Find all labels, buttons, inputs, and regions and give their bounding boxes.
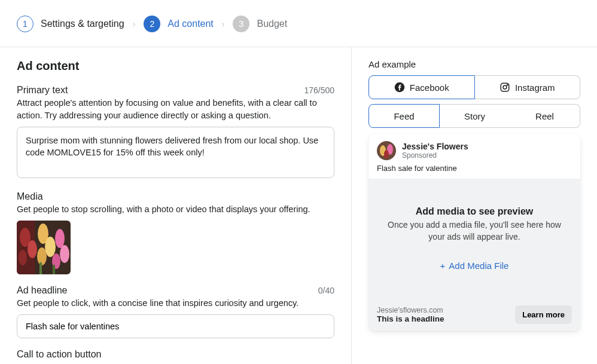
step-label: Settings & targeting <box>41 19 124 29</box>
instagram-icon <box>499 82 510 93</box>
ad-content-form: Ad content Primary text 176/500 Attract … <box>0 47 352 364</box>
primary-text-label: Primary text <box>17 85 68 96</box>
svg-point-4 <box>19 250 27 265</box>
svg-point-20 <box>384 150 389 158</box>
flower-image-icon <box>17 221 71 274</box>
step-label: Ad content <box>167 19 214 29</box>
placement-feed[interactable]: Feed <box>368 104 440 128</box>
step-budget[interactable]: 3 Budget <box>233 16 287 32</box>
svg-point-6 <box>45 237 56 257</box>
facebook-icon <box>394 82 405 93</box>
section-title: Ad content <box>17 59 334 73</box>
chevron-right-icon: › <box>133 19 136 29</box>
preview-cta-button[interactable]: Learn more <box>515 305 572 324</box>
platform-instagram[interactable]: Instagram <box>475 75 581 99</box>
headline-label: Ad headline <box>17 285 68 296</box>
ad-preview-panel: Ad example Facebook Instagram Feed Story… <box>352 47 597 364</box>
platform-label: Facebook <box>410 82 449 93</box>
placement-toggle: Feed Story Reel <box>368 104 580 128</box>
svg-point-9 <box>60 245 69 263</box>
headline-field: Ad headline 0/40 Get people to click, wi… <box>17 285 334 338</box>
page-name: Jessie's Flowers <box>402 142 468 151</box>
step-number: 1 <box>17 16 33 32</box>
placement-label: Reel <box>535 111 554 121</box>
chevron-right-icon: › <box>222 19 225 29</box>
primary-text-input[interactable] <box>17 127 334 178</box>
placeholder-title: Add media to see preview <box>416 206 534 217</box>
platform-facebook[interactable]: Facebook <box>368 75 475 99</box>
page-avatar <box>377 141 396 160</box>
stepper: 1 Settings & targeting › 2 Ad content › … <box>0 0 597 47</box>
primary-text-counter: 176/500 <box>304 85 334 95</box>
platform-toggle: Facebook Instagram <box>368 75 580 99</box>
svg-rect-11 <box>39 262 42 274</box>
preview-headline: This is a headline <box>377 314 444 323</box>
headline-input[interactable] <box>17 314 334 338</box>
step-number: 2 <box>144 16 160 32</box>
preview-media-placeholder: Add media to see preview Once you add a … <box>368 179 580 298</box>
headline-help: Get people to click, with a concise line… <box>17 297 334 310</box>
svg-point-8 <box>55 229 65 248</box>
preview-cta-row: Jessie'sflowers.com This is a headline L… <box>368 298 580 331</box>
preview-domain: Jessie'sflowers.com <box>377 306 444 314</box>
media-help: Get people to stop scrolling, with a pho… <box>17 203 334 216</box>
cta-field: Call to action button Learn more ▾ <box>17 349 334 364</box>
ad-preview-card: Jessie's Flowers Sponsored Flash sale fo… <box>368 134 580 331</box>
svg-point-3 <box>28 240 37 258</box>
placement-label: Feed <box>394 111 414 121</box>
svg-point-15 <box>503 85 507 89</box>
cta-label: Call to action button <box>17 349 101 359</box>
plus-icon: + <box>440 261 446 271</box>
media-thumbnail[interactable] <box>17 221 71 274</box>
step-ad-content[interactable]: 2 Ad content <box>144 16 214 32</box>
step-settings[interactable]: 1 Settings & targeting <box>17 16 124 32</box>
media-label: Media <box>17 191 43 201</box>
placeholder-text: Once you add a media file, you'll see he… <box>380 219 568 243</box>
placement-reel[interactable]: Reel <box>510 104 580 128</box>
add-media-button[interactable]: + Add Media File <box>440 261 509 271</box>
preview-title: Ad example <box>368 59 580 69</box>
primary-text-help: Attract people's attention by focusing o… <box>17 97 334 122</box>
media-field: Media Get people to stop scrolling, with… <box>17 191 334 274</box>
placement-story[interactable]: Story <box>440 104 510 128</box>
sponsored-label: Sponsored <box>402 151 468 160</box>
placement-label: Story <box>464 111 485 121</box>
headline-counter: 0/40 <box>318 286 334 295</box>
add-media-label: Add Media File <box>449 261 508 271</box>
preview-caption: Flash sale for valentine <box>368 164 580 179</box>
svg-rect-12 <box>53 265 55 274</box>
step-number: 3 <box>233 16 249 32</box>
platform-label: Instagram <box>515 82 555 93</box>
step-label: Budget <box>257 19 287 29</box>
svg-point-16 <box>507 84 508 85</box>
primary-text-field: Primary text 176/500 Attract people's at… <box>17 85 334 181</box>
